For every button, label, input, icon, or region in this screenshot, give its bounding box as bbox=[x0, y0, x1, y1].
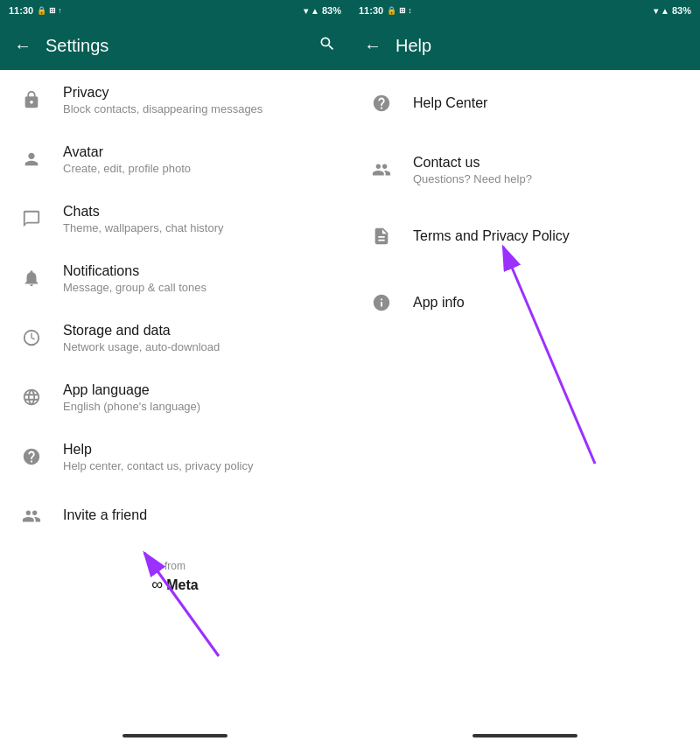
help-text: Help Help center, contact us, privacy po… bbox=[63, 442, 254, 472]
home-bar-left bbox=[122, 734, 228, 738]
signal-icon: ▲ bbox=[311, 6, 319, 16]
settings-item-invite[interactable]: Invite a friend bbox=[0, 486, 350, 546]
back-button-help[interactable]: ← bbox=[364, 36, 382, 56]
settings-list: Privacy Block contacts, disappearing mes… bbox=[0, 70, 350, 724]
privacy-icon bbox=[14, 82, 49, 117]
appinfo-title: App info bbox=[413, 295, 465, 311]
terms-title: Terms and Privacy Policy bbox=[413, 228, 570, 244]
invite-text: Invite a friend bbox=[63, 507, 147, 525]
signal-icon-right: ▲ bbox=[661, 6, 669, 16]
avatar-icon bbox=[14, 142, 49, 177]
status-bar-right: 11:30 🔒 ⊞ ↕ ▾ ▲ 83% bbox=[350, 0, 700, 21]
meta-brand: Meta bbox=[166, 577, 198, 593]
settings-item-storage[interactable]: Storage and data Network usage, auto-dow… bbox=[0, 308, 350, 367]
avatar-subtitle: Create, edit, profile photo bbox=[63, 162, 191, 175]
help-subtitle: Help center, contact us, privacy policy bbox=[63, 459, 254, 472]
home-indicator-left bbox=[0, 724, 350, 748]
help-list: Help Center Contact us Questions? Need h… bbox=[350, 70, 700, 724]
back-button-settings[interactable]: ← bbox=[14, 36, 32, 56]
chats-subtitle: Theme, wallpapers, chat history bbox=[63, 221, 224, 234]
privacy-subtitle: Block contacts, disappearing messages bbox=[63, 102, 262, 115]
settings-item-avatar[interactable]: Avatar Create, edit, profile photo bbox=[0, 129, 350, 189]
chats-icon bbox=[14, 201, 49, 236]
language-icon bbox=[14, 380, 49, 415]
meta-logo: ∞ Meta bbox=[14, 576, 336, 594]
invite-title: Invite a friend bbox=[63, 507, 147, 523]
footer-from: from bbox=[14, 560, 336, 572]
storage-subtitle: Network usage, auto-download bbox=[63, 340, 220, 353]
language-text: App language English (phone's language) bbox=[63, 382, 200, 413]
status-left: 11:30 🔒 ⊞ ↑ bbox=[9, 5, 62, 16]
settings-item-privacy[interactable]: Privacy Block contacts, disappearing mes… bbox=[0, 70, 350, 129]
battery-right: 83% bbox=[672, 5, 691, 16]
status-icons-right: 🔒 ⊞ ↕ bbox=[387, 6, 412, 15]
language-title: App language bbox=[63, 382, 200, 398]
terms-icon bbox=[364, 219, 399, 254]
terms-text: Terms and Privacy Policy bbox=[413, 228, 570, 244]
settings-item-language[interactable]: App language English (phone's language) bbox=[0, 367, 350, 427]
wifi-icon-right: ▾ bbox=[654, 6, 658, 16]
time-right: 11:30 bbox=[359, 5, 383, 16]
app-bar-left: ← Settings bbox=[14, 36, 108, 56]
settings-item-notifications[interactable]: Notifications Message, group & call tone… bbox=[0, 248, 350, 308]
avatar-title: Avatar bbox=[63, 144, 191, 160]
app-bar-left-right: ← Help bbox=[364, 36, 431, 56]
status-bar-left: 11:30 🔒 ⊞ ↑ ▾ ▲ 83% bbox=[0, 0, 350, 21]
contact-title: Contact us bbox=[413, 155, 532, 171]
contact-subtitle: Questions? Need help? bbox=[413, 172, 532, 185]
notifications-title: Notifications bbox=[63, 263, 206, 279]
help-item-center[interactable]: Help Center bbox=[350, 70, 700, 136]
appinfo-icon bbox=[364, 285, 399, 320]
settings-item-chats[interactable]: Chats Theme, wallpapers, chat history bbox=[0, 189, 350, 248]
status-left-right: 11:30 🔒 ⊞ ↕ bbox=[359, 5, 412, 16]
contact-icon bbox=[364, 152, 399, 187]
appinfo-text: App info bbox=[413, 295, 465, 311]
notifications-subtitle: Message, group & call tones bbox=[63, 281, 206, 294]
privacy-text: Privacy Block contacts, disappearing mes… bbox=[63, 85, 262, 115]
notifications-icon bbox=[14, 261, 49, 296]
help-center-title: Help Center bbox=[413, 95, 487, 111]
settings-panel: 11:30 🔒 ⊞ ↑ ▾ ▲ 83% ← Settings bbox=[0, 0, 350, 748]
contact-text: Contact us Questions? Need help? bbox=[413, 155, 532, 185]
chats-text: Chats Theme, wallpapers, chat history bbox=[63, 204, 224, 234]
status-icons-left: 🔒 ⊞ ↑ bbox=[37, 6, 62, 15]
help-item-terms[interactable]: Terms and Privacy Policy bbox=[350, 203, 700, 269]
meta-symbol: ∞ bbox=[151, 576, 163, 594]
help-panel: 11:30 🔒 ⊞ ↕ ▾ ▲ 83% ← Help Help Center bbox=[350, 0, 700, 748]
status-right-left: ▾ ▲ 83% bbox=[304, 5, 341, 16]
time-left: 11:30 bbox=[9, 5, 33, 16]
settings-title: Settings bbox=[46, 36, 108, 56]
storage-icon bbox=[14, 320, 49, 355]
home-bar-right bbox=[472, 734, 578, 738]
search-button-settings[interactable] bbox=[318, 35, 336, 57]
language-subtitle: English (phone's language) bbox=[63, 400, 200, 413]
status-right-right: ▾ ▲ 83% bbox=[654, 5, 691, 16]
storage-title: Storage and data bbox=[63, 323, 220, 339]
help-title: Help bbox=[63, 442, 254, 458]
battery-left: 83% bbox=[322, 5, 341, 16]
help-center-text: Help Center bbox=[413, 95, 487, 111]
privacy-title: Privacy bbox=[63, 85, 262, 101]
storage-text: Storage and data Network usage, auto-dow… bbox=[63, 323, 220, 353]
avatar-text: Avatar Create, edit, profile photo bbox=[63, 144, 191, 175]
chats-title: Chats bbox=[63, 204, 224, 220]
invite-icon bbox=[14, 499, 49, 534]
help-title-bar: Help bbox=[396, 36, 431, 56]
help-item-contact[interactable]: Contact us Questions? Need help? bbox=[350, 136, 700, 203]
notifications-text: Notifications Message, group & call tone… bbox=[63, 263, 206, 294]
footer-left: from ∞ Meta bbox=[0, 546, 350, 608]
settings-app-bar: ← Settings bbox=[0, 21, 350, 70]
help-center-icon bbox=[364, 86, 399, 121]
settings-item-help[interactable]: Help Help center, contact us, privacy po… bbox=[0, 427, 350, 486]
help-app-bar: ← Help bbox=[350, 21, 700, 70]
home-indicator-right bbox=[350, 724, 700, 748]
wifi-icon: ▾ bbox=[304, 6, 308, 16]
help-item-appinfo[interactable]: App info bbox=[350, 269, 700, 336]
help-icon bbox=[14, 439, 49, 474]
